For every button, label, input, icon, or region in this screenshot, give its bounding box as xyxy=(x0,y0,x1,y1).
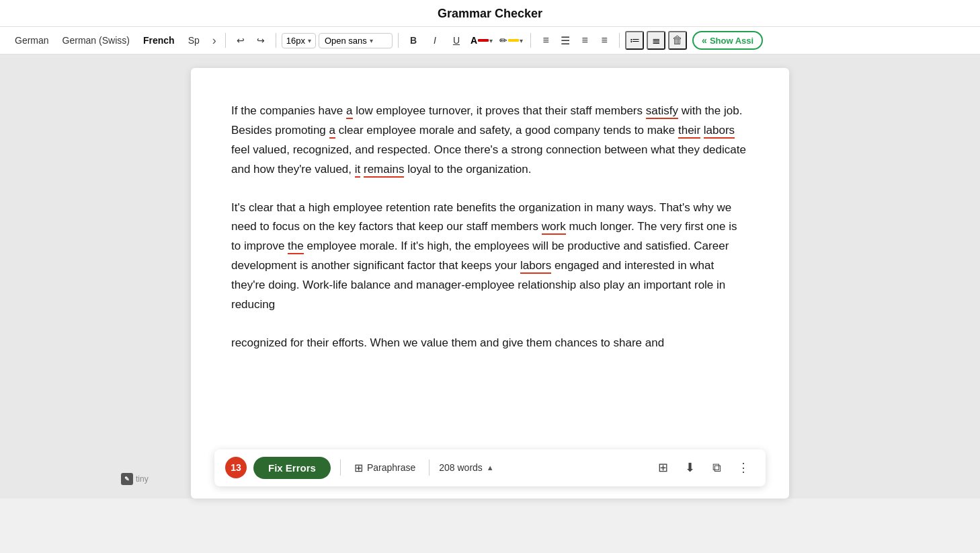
paraphrase-label: Paraphrase xyxy=(367,460,415,476)
toolbar: German German (Swiss) French Sp › ↩ ↪ 16… xyxy=(0,27,980,54)
text-color-label: A xyxy=(471,35,477,46)
title-bar: Grammar Checker xyxy=(0,0,980,27)
align-group: ≡ ☰ ≡ ≡ xyxy=(536,31,614,50)
font-size-chevron-icon: ▾ xyxy=(308,37,311,44)
error-satisfy: satisfy xyxy=(646,104,678,119)
error-the: the xyxy=(288,239,304,254)
text-color-swatch xyxy=(478,39,489,42)
unordered-list-button[interactable]: ≔ xyxy=(625,31,644,50)
font-family-select[interactable]: Open sans ▾ xyxy=(319,33,393,48)
delete-button[interactable]: 🗑 xyxy=(668,31,687,50)
lang-german[interactable]: German xyxy=(8,32,56,48)
separator-3 xyxy=(398,33,399,48)
chart-icon-button[interactable]: ⊞ xyxy=(651,456,674,479)
font-family-value: Open sans xyxy=(325,36,367,46)
word-count: 208 words ▲ xyxy=(439,460,493,476)
error-a2: a xyxy=(329,124,335,139)
ordered-list-button[interactable]: ≣ xyxy=(647,31,665,50)
lang-sp[interactable]: Sp xyxy=(181,32,206,48)
bottom-sep-1 xyxy=(340,459,341,476)
paraphrase-button[interactable]: ⊞ Paraphrase xyxy=(350,456,419,480)
separator-5 xyxy=(619,33,620,48)
error-labors2: labors xyxy=(520,259,551,274)
highlight-chevron-icon: ▾ xyxy=(520,37,523,44)
show-assist-chevron-icon: « xyxy=(702,35,707,46)
bottom-bar: 13 Fix Errors ⊞ Paraphrase 208 words ▲ ⊞… xyxy=(214,449,766,486)
highlight-color-swatch xyxy=(508,39,519,42)
text-color-chevron-icon: ▾ xyxy=(489,37,493,44)
underline-button[interactable]: U xyxy=(447,31,466,50)
highlight-icon: ✏ xyxy=(499,35,507,46)
error-a: a xyxy=(346,104,352,119)
font-family-chevron-icon: ▾ xyxy=(370,37,373,44)
editor-card[interactable]: If the companies have a low employee tur… xyxy=(191,68,789,499)
align-justify-button[interactable]: ≡ xyxy=(595,31,614,50)
paragraph-3: recognized for their efforts. When we va… xyxy=(231,334,749,353)
align-left-button[interactable]: ≡ xyxy=(536,31,555,50)
show-assist-label: Show Assi xyxy=(710,36,753,46)
separator-2 xyxy=(276,33,276,48)
tiny-logo: ✎ tiny xyxy=(121,473,149,485)
paragraph-1: If the companies have a low employee tur… xyxy=(231,102,749,180)
highlight-color-button[interactable]: ✏ ▾ xyxy=(497,34,525,47)
error-labors1: labors xyxy=(704,124,735,139)
align-center-button[interactable]: ☰ xyxy=(556,31,575,50)
italic-button[interactable]: I xyxy=(425,31,444,50)
fix-errors-button[interactable]: Fix Errors xyxy=(253,457,331,479)
word-count-chevron-icon[interactable]: ▲ xyxy=(487,462,494,474)
bottom-right-icons: ⊞ ⬇ ⧉ ⋮ xyxy=(651,456,755,479)
tiny-icon: ✎ xyxy=(121,473,133,485)
error-it: it xyxy=(355,163,361,178)
language-tabs: German German (Swiss) French Sp xyxy=(8,32,206,48)
lang-french[interactable]: French xyxy=(136,32,181,48)
error-count-badge: 13 xyxy=(225,457,247,478)
redo-button[interactable]: ↪ xyxy=(251,31,270,50)
word-count-value: 208 words xyxy=(439,460,483,476)
font-size-select[interactable]: 16px ▾ xyxy=(282,33,316,48)
lang-scroll-right-icon[interactable]: › xyxy=(209,32,220,49)
bold-button[interactable]: B xyxy=(404,31,423,50)
error-remains: remains xyxy=(364,163,404,178)
undo-redo-group: ↩ ↪ xyxy=(231,31,270,50)
undo-button[interactable]: ↩ xyxy=(231,31,250,50)
text-color-button[interactable]: A ▾ xyxy=(468,34,495,47)
show-assist-button[interactable]: « Show Assi xyxy=(692,31,763,50)
font-size-value: 16px xyxy=(286,36,305,46)
bottom-sep-2 xyxy=(429,459,430,476)
separator-4 xyxy=(530,33,531,48)
error-work: work xyxy=(542,220,566,235)
paraphrase-icon: ⊞ xyxy=(354,459,363,477)
copy-icon-button[interactable]: ⧉ xyxy=(705,456,728,479)
separator-1 xyxy=(225,33,226,48)
app-title: Grammar Checker xyxy=(438,7,542,20)
main-area: ✎ tiny If the companies have a low emplo… xyxy=(0,54,980,499)
more-options-button[interactable]: ⋮ xyxy=(732,456,755,479)
error-count: 13 xyxy=(231,460,241,476)
lang-german-swiss[interactable]: German (Swiss) xyxy=(56,32,136,48)
align-right-button[interactable]: ≡ xyxy=(575,31,594,50)
paragraph-2: It's clear that a high employee retentio… xyxy=(231,198,749,315)
error-their: their xyxy=(678,124,700,139)
download-icon-button[interactable]: ⬇ xyxy=(678,456,701,479)
